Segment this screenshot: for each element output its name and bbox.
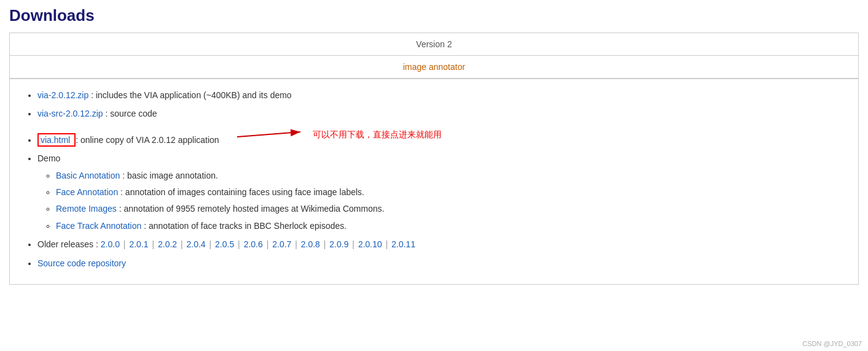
via-zip-text: : includes the VIA application (~400KB) …	[88, 90, 291, 100]
older-release-link[interactable]: 2.0.4	[187, 239, 206, 249]
older-release-link[interactable]: 2.0.10	[358, 239, 382, 249]
demo-item-facetrack: Face Track Annotation : annotation of fa…	[56, 219, 846, 233]
demo-item-remote: Remote Images : annotation of 9955 remot…	[56, 202, 846, 215]
older-release-link[interactable]: 2.0.1	[129, 239, 148, 249]
list-item-source: Source code repository	[37, 256, 846, 270]
demo-item-face: Face Annotation : annotation of images c…	[56, 185, 846, 199]
list-item-older: Older releases : 2.0.0 | 2.0.1 | 2.0.2 |…	[37, 237, 846, 251]
basic-annotation-link[interactable]: Basic Annotation	[56, 171, 120, 180]
older-release-link[interactable]: 2.0.11	[391, 239, 415, 249]
annotation-text: 可以不用下载，直接点进来就能用	[313, 128, 442, 141]
content-area: via-2.0.12.zip : includes the VIA applic…	[9, 79, 859, 285]
older-releases-line: Older releases : 2.0.0 | 2.0.1 | 2.0.2 |…	[37, 237, 846, 251]
face-annotation-text: : annotation of images containing faces …	[120, 187, 364, 197]
list-item-zip2: via-src-2.0.12.zip : source code	[37, 107, 846, 120]
main-list: via-2.0.12.zip : includes the VIA applic…	[22, 88, 846, 270]
face-annotation-link[interactable]: Face Annotation	[56, 187, 118, 197]
annotation-arrow-container: 可以不用下载，直接点进来就能用	[234, 126, 442, 143]
list-item-demo: Demo Basic Annotation : basic image anno…	[37, 152, 846, 233]
demo-sub-list: Basic Annotation : basic image annotatio…	[37, 169, 846, 233]
version-label: Version 2	[416, 39, 452, 49]
older-release-link[interactable]: 2.0.5	[215, 239, 234, 249]
via-html-text: : online copy of VIA 2.0.12 application	[76, 135, 219, 145]
via-src-zip-link[interactable]: via-src-2.0.12.zip	[37, 109, 103, 118]
via-src-zip-text: : source code	[103, 109, 157, 118]
version-row: Version 2	[10, 33, 858, 56]
older-release-link[interactable]: 2.0.6	[244, 239, 263, 249]
older-releases-links: 2.0.0 | 2.0.1 | 2.0.2 | 2.0.4 | 2.0.5 | …	[101, 237, 415, 251]
older-release-link[interactable]: 2.0.0	[101, 239, 120, 249]
svg-line-1	[237, 132, 300, 137]
demo-label: Demo	[37, 153, 60, 163]
arrow-icon	[234, 126, 308, 143]
face-track-text: : annotation of face tracks in BBC Sherl…	[144, 221, 346, 231]
older-releases-label: Older releases :	[37, 237, 98, 251]
list-item-viahtml: via.html : online copy of VIA 2.0.12 app…	[37, 126, 846, 147]
version-table: Version 2 image annotator	[9, 33, 859, 79]
older-release-link[interactable]: 2.0.7	[272, 239, 291, 249]
via-html-box: via.html	[37, 133, 76, 147]
via-zip-link[interactable]: via-2.0.12.zip	[37, 90, 88, 100]
remote-images-link[interactable]: Remote Images	[56, 204, 117, 214]
face-track-link[interactable]: Face Track Annotation	[56, 221, 141, 231]
basic-annotation-text: : basic image annotation.	[122, 171, 218, 180]
older-release-link[interactable]: 2.0.2	[158, 239, 177, 249]
via-html-link[interactable]: via.html	[41, 135, 70, 145]
annotator-label: image annotator	[403, 62, 465, 72]
remote-images-text: : annotation of 9955 remotely hosted ima…	[119, 204, 385, 214]
list-item-zip1: via-2.0.12.zip : includes the VIA applic…	[37, 88, 846, 102]
annotator-row: image annotator	[10, 56, 858, 79]
page-title: Downloads	[9, 6, 859, 25]
demo-item-basic: Basic Annotation : basic image annotatio…	[56, 169, 846, 182]
source-code-link[interactable]: Source code repository	[37, 258, 126, 268]
older-release-link[interactable]: 2.0.9	[329, 239, 348, 249]
older-release-link[interactable]: 2.0.8	[301, 239, 320, 249]
